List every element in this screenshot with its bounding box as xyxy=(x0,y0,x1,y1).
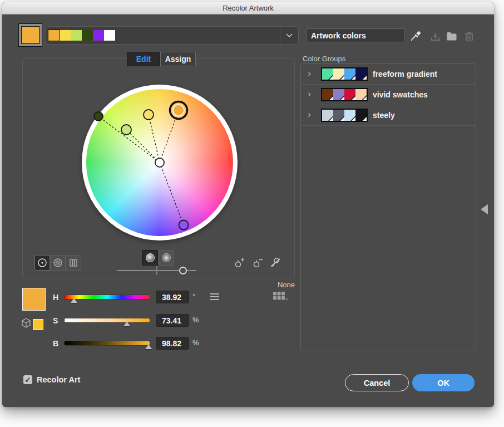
saturation-unit: % xyxy=(192,316,199,324)
group-swatch xyxy=(344,89,355,100)
eyedropper-icon xyxy=(411,31,421,42)
hue-slider-row: H 38.92 ° xyxy=(53,291,236,305)
smooth-color-wheel-button[interactable] xyxy=(34,255,50,271)
chevron-right-icon[interactable]: › xyxy=(301,89,318,100)
chevron-right-icon[interactable]: › xyxy=(301,68,318,80)
cancel-button[interactable]: Cancel xyxy=(345,374,409,391)
chevron-right-icon[interactable]: › xyxy=(301,110,318,121)
group-swatch xyxy=(322,68,333,80)
trash-icon xyxy=(465,31,474,42)
hue-slider[interactable] xyxy=(65,295,150,299)
brightness-value-field[interactable]: 98.82 xyxy=(156,337,189,350)
brightness-slider[interactable] xyxy=(65,341,150,345)
limit-swatch-library-button[interactable] xyxy=(273,291,290,303)
swatch-library-label: None xyxy=(250,281,295,289)
swatch-library-grid-icon xyxy=(273,291,288,302)
smooth-wheel-icon xyxy=(37,258,47,268)
color-mode-menu-button[interactable] xyxy=(210,293,219,300)
hue-slider-handle[interactable] xyxy=(71,298,77,303)
group-swatch xyxy=(333,68,344,80)
color-groups-list[interactable]: › freeform gradient › vivid swatches › s… xyxy=(300,63,476,351)
dialog-title: Recolor Artwork xyxy=(223,4,274,12)
add-color-tool-button[interactable] xyxy=(233,256,246,269)
color-wheel[interactable] xyxy=(82,85,238,241)
harmony-color-chip[interactable] xyxy=(60,30,71,41)
color-group-row[interactable]: › freeform gradient xyxy=(301,64,476,85)
group-swatch xyxy=(355,89,367,100)
group-swatches xyxy=(321,109,368,122)
harmony-color-chip[interactable] xyxy=(104,30,115,41)
saturation-value-field[interactable]: 73.41 xyxy=(156,314,189,327)
show-brightness-wheel-button[interactable] xyxy=(142,250,158,266)
unlink-harmony-icon xyxy=(269,257,281,269)
add-color-icon xyxy=(234,257,246,269)
hue-label: H xyxy=(53,293,58,302)
brightness-slider[interactable] xyxy=(117,266,196,275)
active-color-swatch xyxy=(21,26,39,44)
title-bar[interactable]: Recolor Artwork xyxy=(2,2,494,14)
web-safe-color-swatch[interactable] xyxy=(33,319,43,330)
recolor-art-checkbox[interactable] xyxy=(23,375,32,384)
ok-button[interactable]: OK xyxy=(412,374,475,391)
group-name: freeform gradient xyxy=(373,70,437,78)
tab-assign[interactable]: Assign xyxy=(160,52,196,66)
harmony-colors-bar-chips xyxy=(48,30,115,41)
segmented-color-wheel-button[interactable] xyxy=(50,255,66,271)
group-swatch xyxy=(344,68,355,80)
harmony-rules-dropdown[interactable] xyxy=(280,27,298,44)
saturation-slider[interactable] xyxy=(65,318,150,322)
group-swatches xyxy=(321,88,368,101)
group-name: steely xyxy=(373,111,395,120)
recolor-artwork-dialog: Recolor Artwork xyxy=(2,2,494,407)
brightness-label: B xyxy=(53,339,58,348)
collapse-panel-arrow[interactable] xyxy=(481,204,488,214)
web-color-cube-icon[interactable] xyxy=(21,317,32,328)
brightness-sphere-icon xyxy=(146,253,155,262)
show-saturation-wheel-button[interactable] xyxy=(158,250,174,266)
group-name: vivid swatches xyxy=(373,90,428,99)
recolor-art-label: Recolor Art xyxy=(37,375,80,384)
brightness-slider-row: B 98.82 % xyxy=(53,337,236,351)
folder-icon xyxy=(446,31,457,41)
saturation-sphere-icon xyxy=(162,253,171,262)
tab-edit[interactable]: Edit xyxy=(127,52,160,66)
color-group-name-input[interactable] xyxy=(306,28,404,42)
harmony-color-chip[interactable] xyxy=(48,30,60,41)
color-bars-button[interactable] xyxy=(66,255,81,271)
chevron-down-icon xyxy=(286,33,293,37)
tab-edit-label: Edit xyxy=(136,55,151,63)
color-bars-icon xyxy=(68,258,78,268)
brightness-slider-handle[interactable] xyxy=(145,344,152,349)
color-group-row[interactable]: › steely xyxy=(301,105,476,126)
slider-handle[interactable] xyxy=(179,267,187,274)
remove-color-icon xyxy=(252,257,264,269)
new-color-group-button[interactable] xyxy=(446,30,458,42)
segmented-wheel-icon xyxy=(53,258,63,268)
saturation-label: S xyxy=(53,316,58,325)
saturation-slider-handle[interactable] xyxy=(123,321,130,326)
brightness-unit: % xyxy=(192,338,199,347)
group-swatches xyxy=(321,67,368,81)
harmony-colors-bar[interactable] xyxy=(46,26,299,45)
save-download-icon xyxy=(430,31,441,42)
saturation-slider-row: S 73.41 % xyxy=(53,314,236,328)
harmony-color-chip[interactable] xyxy=(82,30,93,41)
unlink-harmony-colors-button[interactable] xyxy=(269,256,282,269)
group-swatch xyxy=(322,89,333,100)
color-group-row[interactable]: › vivid swatches xyxy=(301,85,476,105)
color-wheel-disc[interactable] xyxy=(86,89,233,236)
group-swatch xyxy=(355,68,367,80)
harmony-color-chip[interactable] xyxy=(93,30,104,41)
eyedropper-button[interactable] xyxy=(409,30,422,42)
current-color-swatch xyxy=(22,288,46,311)
slider-center-tick xyxy=(156,266,157,275)
color-groups-heading: Color Groups xyxy=(303,55,345,63)
tab-assign-label: Assign xyxy=(165,55,191,63)
group-swatch xyxy=(333,89,344,100)
remove-color-tool-button[interactable] xyxy=(251,256,265,269)
save-changes-button xyxy=(429,30,441,42)
harmony-color-chip[interactable] xyxy=(71,30,82,41)
hue-value-field[interactable]: 38.92 xyxy=(156,291,189,303)
group-swatch xyxy=(333,110,344,121)
delete-color-group-button xyxy=(463,30,475,42)
